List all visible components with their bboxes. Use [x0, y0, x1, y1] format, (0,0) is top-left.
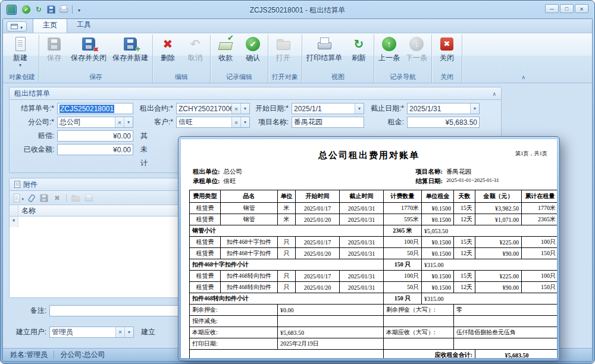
settlement-section-header[interactable]: 租出结算单: [10, 87, 501, 100]
chevron-down-icon[interactable]: [240, 103, 249, 114]
chevron-down-icon[interactable]: [124, 327, 133, 337]
report-total-row: 应收租金合计:¥5,683.50: [190, 350, 558, 359]
tab-tools[interactable]: 工具: [67, 18, 101, 33]
settlement-no-input[interactable]: ZCJS250218001: [57, 103, 133, 114]
delete-icon: [160, 36, 176, 52]
clear-icon[interactable]: [115, 327, 124, 337]
open-icon: [275, 36, 291, 52]
attachment-open-button[interactable]: [70, 192, 82, 204]
titlebar[interactable]: ZCJS250218001 - 租出结算单: [1, 1, 594, 18]
attachment-delete-button[interactable]: [51, 192, 63, 204]
cancel-icon: [187, 36, 203, 52]
tab-home[interactable]: 主页: [33, 18, 67, 33]
report-footer-row: 剩余押金:¥0.00剩余押金（大写）:零: [190, 305, 558, 316]
ribbon-button-label: 打印结算单: [306, 53, 342, 63]
settlement-no-label: 结算单号:*: [12, 103, 57, 114]
print-settlement-button[interactable]: 打印结算单: [303, 34, 345, 63]
collapse-chevron-icon[interactable]: [492, 89, 496, 98]
maximize-button[interactable]: [560, 4, 574, 13]
report-data-row: 租赁费扣件468十字扣件只2025/01/202025/01/3150只¥0.1…: [190, 248, 558, 259]
save-floppy-icon: [39, 193, 49, 203]
ribbon-app-button[interactable]: [7, 21, 27, 32]
new-doc-icon: [12, 36, 28, 52]
report-page: 第1页，共1页 总公司租出费用对账单 租出单位:总公司 项目名称:番禺花园 承租…: [181, 139, 557, 358]
report-data-row: 租赁费扣件468十字扣件只2025/01/172025/01/31100只¥0.…: [190, 237, 558, 248]
end-date-picker[interactable]: 2025/1/31: [407, 103, 480, 114]
save-icon: [123, 36, 138, 52]
chevron-down-icon[interactable]: [355, 103, 364, 114]
ribbon-button-label: 保存并关闭: [71, 53, 107, 63]
ribbon-collapse-icon[interactable]: [521, 73, 525, 81]
separator: [66, 194, 67, 202]
ribbon-group: 打印结算单刷新视图: [302, 34, 374, 83]
collect-payment-button[interactable]: 收款: [212, 34, 239, 63]
contract-combo[interactable]: ZCHY250217006: [176, 103, 250, 114]
screen: ZCJS250218001 - 租出结算单 主页工具 新建▾对象创建保存保存并关…: [0, 0, 595, 364]
report-column-header: 单位: [278, 190, 296, 203]
report-preview-window[interactable]: 第1页，共1页 总公司租出费用对账单 租出单位:总公司 项目名称:番禺花园 承租…: [178, 136, 560, 361]
clear-icon[interactable]: [115, 117, 124, 127]
attachment-new-button[interactable]: [12, 192, 24, 204]
delete-button[interactable]: 删除: [154, 34, 181, 63]
chevron-down-icon[interactable]: [470, 103, 479, 114]
report-table: 费用类型品名单位开始时间截止时间计费数量单位租金天数金额（元）累计在租量 租赁费…: [189, 190, 557, 358]
rent-input[interactable]: ¥5,683.50: [407, 117, 480, 128]
project-name-label: 项目名称:: [416, 168, 443, 176]
section-title: 附件: [23, 180, 37, 190]
report-title: 总公司租出费用对账单: [189, 150, 549, 161]
cancel-button[interactable]: 取消: [181, 34, 209, 63]
compensation-input[interactable]: ¥0.00: [57, 130, 133, 142]
clear-icon[interactable]: [231, 117, 240, 127]
print-icon: [317, 36, 332, 52]
save-button[interactable]: 保存: [40, 34, 68, 63]
end-date-value: 2025/1/31: [409, 105, 470, 113]
end-date-label: 截止日期:*: [364, 103, 407, 114]
refresh-button[interactable]: 刷新: [345, 34, 372, 63]
customer-label: 客户:*: [133, 117, 176, 127]
ribbon-group-label: 关闭: [433, 73, 461, 83]
close-window-button[interactable]: [575, 4, 588, 13]
clear-icon[interactable]: [231, 103, 240, 114]
ribbon-button-label: 保存并新建: [112, 53, 148, 63]
attachment-print-button[interactable]: [83, 192, 95, 204]
chevron-down-icon[interactable]: [240, 117, 249, 127]
separator: [54, 351, 54, 359]
new-row-marker: *: [10, 216, 18, 227]
truncated-label: 计: [140, 158, 148, 168]
received-amount-input[interactable]: ¥0.00: [57, 144, 133, 155]
attachment-save-button[interactable]: [38, 192, 50, 204]
truncated-label: 建立: [141, 327, 155, 337]
minimize-button[interactable]: [545, 4, 559, 13]
rent-value: ¥5,683.50: [409, 118, 479, 127]
open-button[interactable]: 打开: [270, 34, 297, 63]
ribbon-button-label: 新建: [13, 53, 27, 63]
branch-combo[interactable]: 总公司: [57, 117, 133, 128]
created-by-combo[interactable]: 管理员: [49, 327, 134, 338]
attachment-attach-button[interactable]: [25, 192, 37, 204]
ribbon-tab-row: 主页工具: [3, 19, 592, 33]
ribbon-button-label: 上一条: [378, 53, 400, 63]
report-column-header: 费用类型: [190, 190, 221, 203]
start-date-picker[interactable]: 2025/1/1: [292, 103, 364, 114]
report-column-header: 金额（元）: [475, 190, 522, 203]
truncated-label: 其: [140, 131, 148, 141]
report-info: 租出单位:总公司 项目名称:番禺花园 承租单位:倍旺 结算日期:2025-01-…: [189, 167, 549, 186]
confirm-button[interactable]: 确认: [239, 34, 267, 63]
report-column-header: 累计在租量: [522, 190, 558, 203]
save-and-close-button[interactable]: 保存并关闭: [68, 34, 109, 63]
chevron-down-icon[interactable]: [124, 117, 133, 127]
save-and-new-button[interactable]: 保存并新建: [109, 34, 151, 63]
project-value: 番禺花园: [294, 117, 364, 127]
previous-record-button[interactable]: 上一条: [375, 34, 403, 63]
ribbon-button-label: 刷新: [352, 53, 366, 63]
new-button[interactable]: 新建▾: [7, 34, 34, 68]
ribbon-group-label: 对象创建: [7, 73, 37, 83]
next-record-button[interactable]: 下一条: [403, 34, 430, 63]
ribbon-group: 新建▾对象创建: [5, 34, 39, 83]
customer-combo[interactable]: 倍旺: [176, 117, 250, 128]
ribbon-group: 打开打开对象: [268, 34, 302, 83]
close-button[interactable]: 关闭: [433, 34, 461, 63]
report-column-header: 品名: [221, 190, 278, 203]
ribbon: 新建▾对象创建保存保存并关闭保存并新建保存删除取消编辑收款确认记录编辑打开打开对…: [3, 33, 592, 83]
project-input[interactable]: 番禺花园: [292, 117, 364, 128]
